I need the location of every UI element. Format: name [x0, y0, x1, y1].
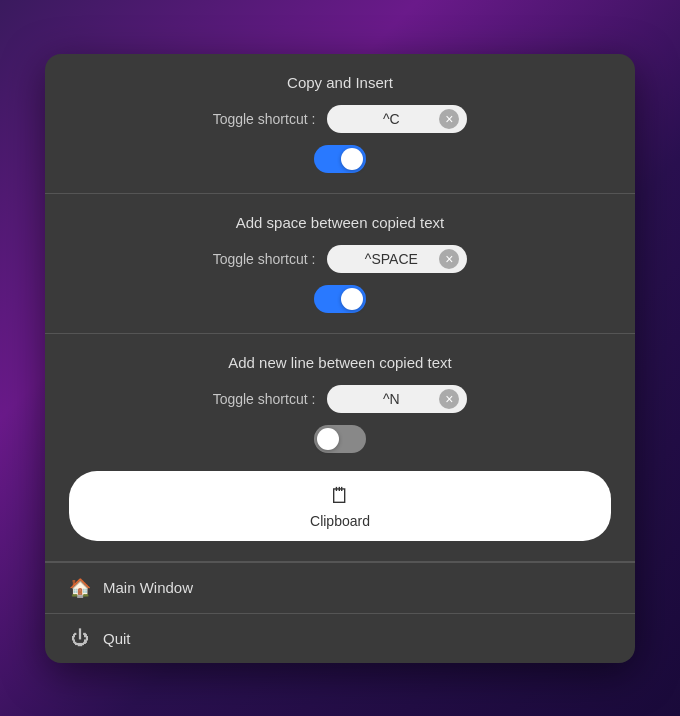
copy-insert-toggle-thumb: [341, 148, 363, 170]
add-newline-toggle-track: [314, 425, 366, 453]
add-newline-toggle-row: [69, 425, 611, 453]
add-space-toggle[interactable]: [314, 285, 366, 313]
add-space-toggle-row: [69, 285, 611, 313]
add-newline-shortcut-row: Toggle shortcut : ^N: [69, 385, 611, 413]
clipboard-button[interactable]: 🗒 Clipboard: [69, 471, 611, 541]
clipboard-icon: 🗒: [329, 483, 351, 509]
main-panel: Copy and Insert Toggle shortcut : ^C Add…: [45, 54, 635, 663]
add-space-shortcut-value: ^SPACE: [343, 251, 439, 267]
add-space-shortcut-label: Toggle shortcut :: [213, 251, 316, 267]
add-newline-clear-button[interactable]: [439, 389, 459, 409]
clipboard-label: Clipboard: [310, 513, 370, 529]
add-newline-shortcut-input[interactable]: ^N: [327, 385, 467, 413]
copy-insert-clear-button[interactable]: [439, 109, 459, 129]
copy-insert-toggle-row: [69, 145, 611, 173]
copy-insert-shortcut-value: ^C: [343, 111, 439, 127]
copy-insert-shortcut-input[interactable]: ^C: [327, 105, 467, 133]
add-space-clear-button[interactable]: [439, 249, 459, 269]
add-newline-title: Add new line between copied text: [69, 354, 611, 371]
add-newline-toggle-thumb: [317, 428, 339, 450]
copy-insert-section: Copy and Insert Toggle shortcut : ^C: [45, 54, 635, 194]
copy-insert-title: Copy and Insert: [69, 74, 611, 91]
add-space-toggle-track: [314, 285, 366, 313]
copy-insert-toggle[interactable]: [314, 145, 366, 173]
add-newline-shortcut-label: Toggle shortcut :: [213, 391, 316, 407]
quit-menu-item[interactable]: ⏻ Quit: [45, 614, 635, 663]
add-space-toggle-thumb: [341, 288, 363, 310]
add-newline-shortcut-value: ^N: [343, 391, 439, 407]
add-space-section: Add space between copied text Toggle sho…: [45, 194, 635, 334]
add-space-shortcut-row: Toggle shortcut : ^SPACE: [69, 245, 611, 273]
menu-section: 🏠 Main Window ⏻ Quit: [45, 562, 635, 663]
clipboard-button-wrapper: 🗒 Clipboard: [69, 471, 611, 541]
quit-label: Quit: [103, 630, 131, 647]
add-newline-section: Add new line between copied text Toggle …: [45, 334, 635, 562]
copy-insert-toggle-track: [314, 145, 366, 173]
add-space-shortcut-input[interactable]: ^SPACE: [327, 245, 467, 273]
main-window-menu-item[interactable]: 🏠 Main Window: [45, 563, 635, 614]
main-window-label: Main Window: [103, 579, 193, 596]
copy-insert-shortcut-row: Toggle shortcut : ^C: [69, 105, 611, 133]
home-icon: 🏠: [69, 577, 91, 599]
power-icon: ⏻: [69, 628, 91, 649]
copy-insert-shortcut-label: Toggle shortcut :: [213, 111, 316, 127]
add-newline-toggle[interactable]: [314, 425, 366, 453]
add-space-title: Add space between copied text: [69, 214, 611, 231]
